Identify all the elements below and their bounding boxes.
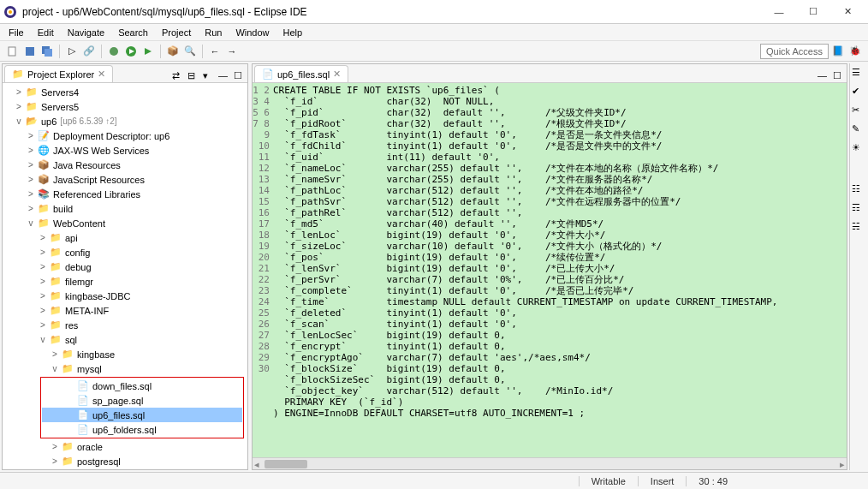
close-tab-icon[interactable]: ✕ bbox=[98, 69, 105, 80]
tree-node[interactable]: 📄sp_page.sql bbox=[42, 393, 242, 408]
tree-node[interactable]: >📁sql bbox=[3, 468, 247, 469]
tree-node[interactable]: >📁debug bbox=[3, 259, 247, 274]
expander-icon[interactable]: v bbox=[51, 364, 59, 373]
maximize-view-icon[interactable]: ☐ bbox=[234, 70, 246, 82]
folder-tree-icon: 📁 bbox=[12, 69, 24, 80]
expander-icon[interactable]: > bbox=[51, 349, 59, 359]
editor-tab[interactable]: 📄 up6_files.sql ✕ bbox=[254, 65, 348, 82]
close-editor-icon[interactable]: ✕ bbox=[333, 69, 341, 80]
tree-node[interactable]: >📝Deployment Descriptor: up6 bbox=[3, 128, 247, 143]
tree-node[interactable]: >📁config bbox=[3, 245, 247, 259]
expander-icon[interactable]: > bbox=[27, 160, 35, 170]
run-last-icon[interactable] bbox=[140, 44, 156, 59]
forward-icon[interactable]: → bbox=[224, 44, 240, 59]
perspective-jee-icon[interactable]: 📘 bbox=[830, 44, 846, 59]
view-menu-icon[interactable]: ▾ bbox=[203, 70, 215, 82]
scroll-thumb[interactable] bbox=[265, 460, 307, 468]
outline-icon[interactable]: ☰ bbox=[852, 67, 865, 81]
new-icon[interactable] bbox=[5, 44, 21, 59]
run-icon[interactable] bbox=[123, 44, 139, 59]
snippets-icon[interactable]: ✂ bbox=[852, 104, 865, 118]
expander-icon[interactable]: > bbox=[51, 442, 59, 451]
markers-icon[interactable]: ☀ bbox=[852, 142, 865, 156]
tree-node[interactable]: >📦JavaScript Resources bbox=[3, 172, 247, 187]
expander-icon[interactable]: > bbox=[39, 306, 47, 315]
tree-node[interactable]: >📁oracle bbox=[3, 439, 247, 454]
tree-node[interactable]: 📄up6_folders.sql bbox=[42, 422, 242, 437]
tree-node[interactable]: v📂up6[up6 6.5.39 ↑2] bbox=[3, 114, 247, 128]
expander-icon[interactable]: > bbox=[15, 102, 23, 111]
expander-icon[interactable]: > bbox=[27, 175, 35, 184]
minimize-editor-icon[interactable]: — bbox=[817, 70, 829, 82]
quick-access[interactable]: Quick Access bbox=[760, 44, 829, 59]
save-icon[interactable] bbox=[22, 44, 38, 59]
menu-file[interactable]: File bbox=[3, 27, 29, 39]
expander-icon[interactable]: > bbox=[39, 247, 47, 257]
tree-node[interactable]: >🌐JAX-WS Web Services bbox=[3, 143, 247, 158]
code-area[interactable]: CREATE TABLE IF NOT EXISTS `up6_files` (… bbox=[273, 83, 847, 457]
maximize-editor-icon[interactable]: ☐ bbox=[833, 70, 845, 82]
back-icon[interactable]: ← bbox=[207, 44, 223, 59]
saveall-icon[interactable] bbox=[39, 44, 55, 59]
collapse-all-icon[interactable]: ⊟ bbox=[187, 70, 199, 82]
tree-node[interactable]: 📄down_files.sql bbox=[42, 379, 242, 393]
open-type-icon[interactable]: 🔍 bbox=[182, 44, 198, 59]
expander-icon[interactable]: > bbox=[39, 320, 47, 330]
maximize-button[interactable]: ☐ bbox=[796, 2, 830, 22]
skip-icon[interactable]: ▷ bbox=[64, 44, 80, 59]
expander-icon[interactable]: v bbox=[15, 116, 23, 126]
tree-node[interactable]: >📁res bbox=[3, 318, 247, 332]
expander-icon[interactable]: v bbox=[39, 335, 47, 344]
expander-icon[interactable]: v bbox=[27, 218, 35, 228]
expander-icon[interactable]: > bbox=[27, 189, 35, 199]
link-icon[interactable]: 🔗 bbox=[81, 44, 97, 59]
expander-icon[interactable]: > bbox=[51, 456, 59, 466]
project-explorer-tab[interactable]: 📁 Project Explorer ✕ bbox=[4, 65, 113, 82]
menu-run[interactable]: Run bbox=[199, 27, 227, 39]
minimize-view-icon[interactable]: — bbox=[218, 70, 230, 82]
project-tree[interactable]: >📁Servers4>📁Servers5v📂up6[up6 6.5.39 ↑2]… bbox=[3, 83, 247, 469]
tree-node[interactable]: >📚Referenced Libraries bbox=[3, 187, 247, 201]
tree-node[interactable]: >📁build bbox=[3, 201, 247, 216]
menu-window[interactable]: Window bbox=[230, 27, 274, 39]
tree-node[interactable]: >📁Servers4 bbox=[3, 85, 247, 99]
tree-node[interactable]: v📁WebContent bbox=[3, 216, 247, 230]
bookmarks-icon[interactable]: ✎ bbox=[852, 123, 865, 137]
debug-icon[interactable] bbox=[106, 44, 122, 59]
tree-node[interactable]: >📁kingbase bbox=[3, 347, 247, 361]
expander-icon[interactable]: > bbox=[39, 277, 47, 286]
menu-edit[interactable]: Edit bbox=[33, 27, 59, 39]
new-server-icon[interactable]: 📦 bbox=[165, 44, 181, 59]
tree-node[interactable]: 📄up6_files.sql bbox=[42, 408, 242, 422]
minimize-button[interactable]: — bbox=[762, 2, 796, 22]
close-button[interactable]: ✕ bbox=[830, 2, 865, 22]
task-icon[interactable]: ✔ bbox=[852, 86, 865, 99]
tree-node[interactable]: v📁sql bbox=[3, 332, 247, 347]
expander-icon[interactable]: > bbox=[27, 131, 35, 140]
expander-icon[interactable]: > bbox=[39, 233, 47, 242]
tree-node[interactable]: >📦Java Resources bbox=[3, 158, 247, 172]
perspective-debug-icon[interactable]: 🐞 bbox=[847, 44, 863, 59]
view-icon-1[interactable]: ☷ bbox=[852, 183, 865, 197]
view-icon-2[interactable]: ☶ bbox=[852, 202, 865, 216]
tree-node[interactable]: >📁api bbox=[3, 230, 247, 245]
link-editor-icon[interactable]: ⇄ bbox=[172, 70, 184, 82]
expander-icon[interactable]: > bbox=[39, 291, 47, 301]
editor[interactable]: 1 2 3 4 5 6 7 8 9 10 11 12 13 14 15 16 1… bbox=[253, 83, 847, 457]
expander-icon[interactable]: > bbox=[15, 87, 23, 97]
tree-node[interactable]: v📁mysql bbox=[3, 361, 247, 376]
menu-search[interactable]: Search bbox=[113, 27, 153, 39]
expander-icon[interactable]: > bbox=[39, 262, 47, 271]
editor-scrollbar-h[interactable]: ◂ ▸ bbox=[253, 457, 847, 469]
expander-icon[interactable]: > bbox=[27, 204, 35, 213]
menu-help[interactable]: Help bbox=[278, 27, 308, 39]
menu-navigate[interactable]: Navigate bbox=[62, 27, 110, 39]
tree-node[interactable]: >📁Servers5 bbox=[3, 99, 247, 114]
tree-node[interactable]: >📁kingbase-JDBC bbox=[3, 289, 247, 303]
expander-icon[interactable]: > bbox=[27, 146, 35, 155]
tree-node[interactable]: >📁filemgr bbox=[3, 274, 247, 289]
tree-node[interactable]: >📁META-INF bbox=[3, 303, 247, 318]
menu-project[interactable]: Project bbox=[157, 27, 196, 39]
tree-node[interactable]: >📁postgresql bbox=[3, 454, 247, 468]
view-icon-3[interactable]: ☵ bbox=[852, 221, 865, 235]
